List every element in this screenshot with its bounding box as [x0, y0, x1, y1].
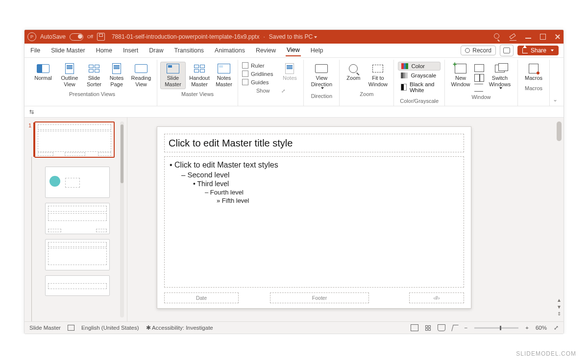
- color-mode-color[interactable]: Color: [398, 62, 441, 71]
- macros-icon: [529, 64, 539, 73]
- macros-button[interactable]: Macros: [521, 62, 546, 83]
- outline-view-button[interactable]: Outline View: [57, 62, 82, 89]
- tab-draw[interactable]: Draw: [148, 45, 164, 56]
- bw-swatch-icon: [401, 84, 407, 91]
- reading-label: Reading View: [129, 75, 153, 87]
- notes-status-icon[interactable]: [68, 325, 74, 331]
- switch-windows-icon: [495, 65, 505, 73]
- slide-sorter-button[interactable]: Slide Sorter: [83, 62, 105, 89]
- slidenumber-placeholder[interactable]: ‹#›: [409, 292, 464, 303]
- tab-insert[interactable]: Insert: [122, 45, 139, 56]
- layout-thumbnail-2[interactable]: [45, 203, 110, 234]
- switch-windows-button[interactable]: Switch Windows: [485, 62, 514, 92]
- title-separator: ·: [263, 33, 265, 40]
- date-placeholder[interactable]: Date: [164, 292, 239, 303]
- move-split-icon[interactable]: [474, 84, 483, 92]
- record-button[interactable]: Record: [461, 46, 496, 55]
- title-placeholder[interactable]: Click to edit Master title style: [164, 134, 464, 152]
- sorter-view-icon[interactable]: [425, 325, 431, 331]
- normal-label: Normal: [34, 75, 51, 81]
- group-label-macros: Macros: [521, 83, 546, 92]
- fit-to-window-icon[interactable]: ⤢: [554, 324, 559, 331]
- pen-icon[interactable]: [510, 33, 516, 41]
- reading-view-icon[interactable]: [438, 324, 445, 331]
- level2-text: Second level: [181, 170, 459, 179]
- comments-button[interactable]: [500, 45, 514, 56]
- group-show: Ruler Gridlines Guides Notes Show⤢: [238, 60, 304, 106]
- handout-icon: [194, 65, 205, 73]
- tab-view[interactable]: View: [286, 45, 301, 56]
- tab-review[interactable]: Review: [255, 45, 277, 56]
- close-icon[interactable]: [555, 34, 561, 40]
- ribbon: Normal Outline View Slide Sorter Notes P…: [24, 58, 564, 106]
- color-mode-grayscale[interactable]: Grayscale: [398, 72, 441, 79]
- ruler-checkbox[interactable]: Ruler: [241, 62, 274, 69]
- handout-master-button[interactable]: Handout Master: [187, 62, 212, 89]
- notes-button[interactable]: Notes: [279, 62, 300, 86]
- maximize-icon[interactable]: [540, 34, 546, 40]
- master-slide[interactable]: Click to edit Master title style Click t…: [157, 126, 471, 309]
- record-dot-icon: [465, 48, 470, 53]
- zoom-out-button[interactable]: −: [465, 325, 468, 331]
- nav-updown-icon[interactable]: ⇕: [557, 311, 561, 316]
- gridlines-checkbox[interactable]: Gridlines: [241, 70, 274, 77]
- master-number: 1: [28, 121, 31, 128]
- normal-icon: [37, 64, 49, 73]
- color-mode-bw[interactable]: Black and White: [398, 80, 441, 94]
- normal-button[interactable]: Normal: [30, 62, 56, 89]
- notes-master-icon: [218, 64, 230, 73]
- group-macros: Macros Macros: [518, 60, 550, 106]
- layout-thumbnail-1[interactable]: [45, 167, 110, 198]
- tab-home[interactable]: Home: [95, 45, 113, 56]
- guides-checkbox[interactable]: Guides: [241, 78, 274, 86]
- save-status[interactable]: Saved to this PC: [269, 33, 317, 40]
- qat-undo-icon[interactable]: ⇆: [29, 109, 34, 115]
- accessibility-status[interactable]: ✱ Accessibility: Investigate: [146, 324, 213, 331]
- fit-to-window-button[interactable]: Fit to Window: [365, 62, 391, 89]
- arrange-all-icon[interactable]: [474, 64, 484, 72]
- master-thumbnail[interactable]: [34, 121, 115, 158]
- zoom-slider[interactable]: [474, 327, 518, 329]
- thumbnail-scrollbar[interactable]: [120, 121, 124, 317]
- tab-slide-master[interactable]: Slide Master: [50, 45, 86, 56]
- layout-thumbnail-4[interactable]: [45, 275, 110, 296]
- tab-transitions[interactable]: Transitions: [173, 45, 205, 56]
- group-color-grayscale: Color Grayscale Black and White Color/Gr…: [394, 60, 445, 106]
- save-icon[interactable]: [97, 33, 105, 41]
- group-zoom: Zoom Fit to Window Zoom: [340, 60, 394, 106]
- body-placeholder[interactable]: Click to edit Master text styles Second …: [164, 156, 464, 288]
- reading-view-button[interactable]: Reading View: [128, 62, 154, 89]
- nav-up-icon[interactable]: ▲: [557, 297, 562, 303]
- collapse-ribbon-chevron-icon[interactable]: ⌄: [553, 96, 558, 103]
- nav-down-icon[interactable]: ▼: [557, 304, 562, 310]
- tab-file[interactable]: File: [29, 45, 41, 56]
- autosave-toggle[interactable]: [70, 33, 83, 41]
- share-button[interactable]: Share: [517, 46, 559, 55]
- notes-master-button[interactable]: Notes Master: [213, 62, 235, 89]
- tab-help[interactable]: Help: [310, 45, 324, 56]
- slide-master-button[interactable]: Slide Master: [160, 62, 186, 89]
- new-window-button[interactable]: New Window: [448, 62, 473, 92]
- cascade-icon[interactable]: [474, 74, 484, 82]
- slideshow-view-icon[interactable]: [451, 325, 458, 331]
- record-label: Record: [472, 47, 491, 54]
- zoom-button[interactable]: Zoom: [343, 62, 364, 89]
- notes-page-button[interactable]: Notes Page: [106, 62, 127, 89]
- zoom-in-button[interactable]: +: [525, 325, 529, 331]
- tab-animations[interactable]: Animations: [214, 45, 246, 56]
- new-window-label: New Window: [449, 75, 472, 87]
- layout-thumbnail-3[interactable]: [45, 239, 110, 270]
- normal-view-icon[interactable]: [411, 324, 418, 331]
- tabs-row: File Slide Master Home Insert Draw Trans…: [24, 44, 564, 58]
- comment-icon: [503, 48, 510, 53]
- view-direction-button[interactable]: View Direction: [307, 62, 336, 91]
- show-dialog-launcher-icon[interactable]: ⤢: [281, 88, 285, 94]
- macros-label: Macros: [525, 75, 542, 81]
- minimize-icon[interactable]: [525, 38, 531, 39]
- canvas-scrollbar[interactable]: [557, 121, 562, 141]
- fit-icon: [372, 65, 383, 73]
- status-language[interactable]: English (United States): [81, 325, 139, 331]
- search-icon[interactable]: [494, 33, 501, 40]
- zoom-level[interactable]: 60%: [536, 325, 547, 331]
- title-bar: P AutoSave Off 7881-01-self-introduction…: [24, 30, 564, 44]
